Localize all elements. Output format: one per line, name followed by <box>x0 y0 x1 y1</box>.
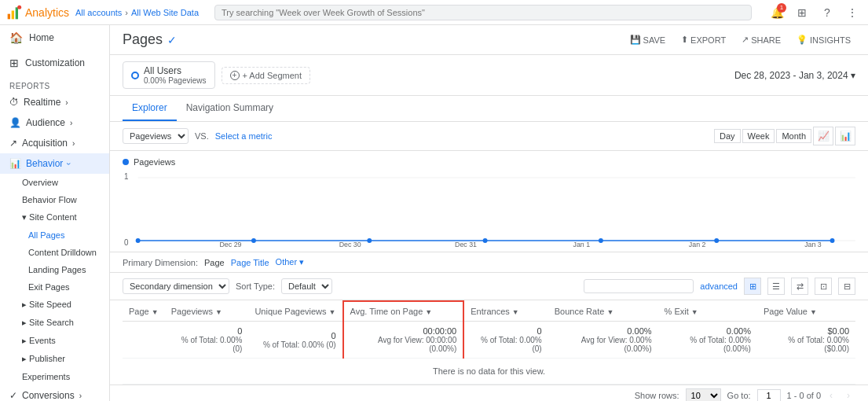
table-custom-button[interactable]: ⊟ <box>838 278 855 295</box>
save-label: SAVE <box>643 35 666 45</box>
table-pivot-button[interactable]: ⊡ <box>815 278 832 295</box>
month-button[interactable]: Month <box>776 129 811 143</box>
notifications-button[interactable]: 🔔 1 <box>767 3 786 22</box>
show-rows-select[interactable]: 10 25 50 100 <box>686 388 721 401</box>
sidebar-item-content-drilldown[interactable]: Content Drilldown <box>0 244 109 261</box>
sidebar-group-realtime-header[interactable]: ⏱ Realtime › <box>0 92 109 112</box>
account-name: All Web Site Data <box>131 8 199 17</box>
sidebar-item-all-pages[interactable]: All Pages <box>0 226 109 244</box>
goto-input[interactable] <box>757 389 781 401</box>
help-button[interactable]: ? <box>818 3 837 22</box>
col-page-value[interactable]: Page Value ▼ <box>757 301 855 322</box>
add-segment-button[interactable]: + + Add Segment <box>222 67 311 84</box>
totals-avg-time: 00:00:00 Avg for View: 00:00:00 (0.00%) <box>343 322 464 359</box>
main-layout: 🏠 Home ⊞ Customization REPORTS ⏱ Realtim… <box>0 25 868 401</box>
behavior-flow-label: Behavior Flow <box>22 195 77 204</box>
sidebar-group-conversions-header[interactable]: ✓ Conversions › <box>0 385 109 401</box>
dimension-page[interactable]: Page <box>204 258 225 267</box>
table-view-button[interactable]: ⊞ <box>744 278 761 295</box>
col-bounce-sort: ▼ <box>606 308 613 316</box>
dimension-other[interactable]: Other ▾ <box>276 257 305 267</box>
sidebar-item-experiments[interactable]: Experiments <box>0 368 109 385</box>
col-pageviews[interactable]: Pageviews ▼ <box>165 301 249 322</box>
svg-point-11 <box>483 238 488 243</box>
apps-button[interactable]: ⊞ <box>793 3 811 22</box>
table-compare-button[interactable]: ⇄ <box>791 278 808 295</box>
col-unique-label: Unique Pageviews <box>255 307 326 316</box>
breadcrumb-account[interactable]: All accounts <box>75 8 122 17</box>
save-button[interactable]: 💾 SAVE <box>625 32 671 47</box>
sidebar-item-overview[interactable]: Overview <box>0 174 109 191</box>
col-avg-sort: ▼ <box>425 308 432 316</box>
sidebar-item-customization-label: Customization <box>25 57 85 68</box>
col-avg-time[interactable]: Avg. Time on Page ▼ <box>343 301 464 322</box>
sidebar-item-landing-pages[interactable]: Landing Pages <box>0 261 109 278</box>
sidebar-item-site-search[interactable]: ▸ Site Search <box>0 314 109 332</box>
svg-text:Jan 2: Jan 2 <box>689 241 706 248</box>
page-header: Pages ✓ 💾 SAVE ⬆ EXPORT ↗ SHARE 💡 <box>110 25 868 55</box>
export-button[interactable]: ⬆ EXPORT <box>676 32 731 47</box>
col-page[interactable]: Page ▼ <box>123 301 165 322</box>
tab-navigation-summary[interactable]: Navigation Summary <box>177 96 283 121</box>
dimension-page-title[interactable]: Page Title <box>231 258 269 267</box>
select-metric-link[interactable]: Select a metric <box>215 131 273 141</box>
publisher-label: ▸ Publisher <box>22 354 65 364</box>
behavior-chevron: › <box>65 162 74 164</box>
sidebar-item-site-speed[interactable]: ▸ Site Speed <box>0 296 109 314</box>
tab-explorer[interactable]: Explorer <box>123 96 177 121</box>
sidebar-item-site-content[interactable]: ▾ Site Content <box>0 208 109 226</box>
next-page-button[interactable]: › <box>841 388 855 401</box>
sidebar-item-behavior-flow[interactable]: Behavior Flow <box>0 191 109 208</box>
svg-text:Dec 29: Dec 29 <box>220 241 242 248</box>
col-unique-pageviews[interactable]: Unique Pageviews ▼ <box>248 301 342 322</box>
share-icon: ↗ <box>742 35 749 45</box>
sidebar-item-home-label: Home <box>29 32 54 43</box>
sidebar-item-home[interactable]: 🏠 Home <box>0 25 109 50</box>
content-area: Pages ✓ 💾 SAVE ⬆ EXPORT ↗ SHARE 💡 <box>110 25 868 401</box>
active-segment[interactable]: All Users 0.00% Pageviews <box>123 61 215 89</box>
col-exit-sort: ▼ <box>691 308 698 316</box>
week-button[interactable]: Week <box>742 129 775 143</box>
search-input[interactable] <box>214 5 752 20</box>
svg-text:1: 1 <box>124 172 129 181</box>
sort-type-select[interactable]: Default <box>281 278 332 294</box>
col-entrances-label: Entrances <box>471 307 510 316</box>
exit-pages-label: Exit Pages <box>28 282 70 292</box>
table-list-button[interactable]: ☰ <box>767 278 785 295</box>
metric-row: Pageviews VS. Select a metric Day Week M… <box>110 122 868 151</box>
sidebar-group-audience-header[interactable]: 👤 Audience › <box>0 112 109 133</box>
secondary-dimension-select[interactable]: Secondary dimension <box>123 278 229 294</box>
share-button[interactable]: ↗ SHARE <box>737 32 786 47</box>
sidebar-item-events[interactable]: ▸ Events <box>0 332 109 350</box>
conversions-label: Conversions <box>22 390 75 401</box>
svg-text:Jan 1: Jan 1 <box>573 241 591 248</box>
site-content-label: ▾ Site Content <box>22 212 77 223</box>
advanced-link[interactable]: advanced <box>700 281 738 291</box>
no-data-message: There is no data for this view. <box>433 366 545 376</box>
site-search-label: ▸ Site Search <box>22 318 74 328</box>
date-range[interactable]: Dec 28, 2023 - Jan 3, 2024 ▾ <box>734 70 855 81</box>
sidebar-group-behavior-header[interactable]: 📊 Behavior › <box>0 153 109 174</box>
vs-label: VS. <box>195 131 209 141</box>
col-bounce-rate[interactable]: Bounce Rate ▼ <box>548 301 658 322</box>
col-pct-exit[interactable]: % Exit ▼ <box>658 301 757 322</box>
bar-chart-button[interactable]: 📊 <box>835 127 855 145</box>
dimension-row: Primary Dimension: Page Page Title Other… <box>110 252 868 273</box>
totals-entrances: 0 % of Total: 0.00% (0) <box>463 322 548 359</box>
sidebar-item-exit-pages[interactable]: Exit Pages <box>0 278 109 296</box>
svg-text:Dec 30: Dec 30 <box>339 241 361 248</box>
page-range: 1 - 0 of 0 <box>787 391 821 400</box>
sidebar-item-customization[interactable]: ⊞ Customization <box>0 50 109 75</box>
metric-select[interactable]: Pageviews <box>123 128 189 144</box>
prev-page-button[interactable]: ‹ <box>824 388 838 401</box>
insights-button[interactable]: 💡 INSIGHTS <box>792 32 855 47</box>
sidebar-group-acquisition-header[interactable]: ↗ Acquisition › <box>0 133 109 153</box>
table-search-input[interactable] <box>584 279 694 293</box>
col-entrances[interactable]: Entrances ▼ <box>463 301 548 322</box>
totals-unique-pageviews: 0 % of Total: 0.00% (0) <box>248 322 342 359</box>
more-button[interactable]: ⋮ <box>843 3 862 22</box>
line-chart-button[interactable]: 📈 <box>813 127 833 145</box>
day-button[interactable]: Day <box>714 129 741 143</box>
sidebar-item-publisher[interactable]: ▸ Publisher <box>0 350 109 368</box>
insights-label: INSIGHTS <box>810 35 851 45</box>
